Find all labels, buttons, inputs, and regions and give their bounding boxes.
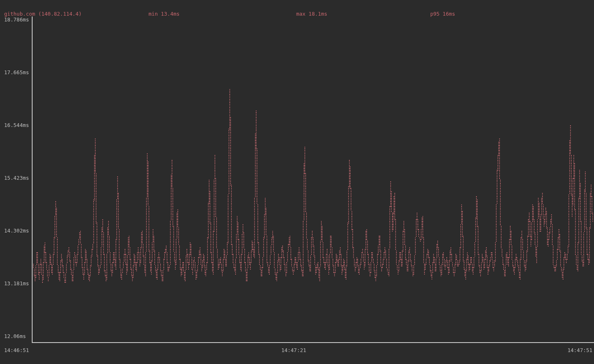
y-axis-line bbox=[32, 16, 33, 343]
y-axis-tick: 12.06ms bbox=[4, 333, 26, 340]
stat-min: min 13.4ms bbox=[148, 11, 179, 17]
y-axis-tick: 18.786ms bbox=[4, 16, 29, 23]
x-axis-line bbox=[32, 342, 594, 343]
stat-max: max 18.1ms bbox=[296, 11, 327, 17]
stat-p95: p95 16ms bbox=[430, 11, 455, 17]
y-axis-tick: 15.423ms bbox=[4, 175, 29, 181]
gping-terminal-screen: github.com (140.82.114.4) min 13.4ms max… bbox=[0, 0, 594, 364]
y-axis-tick: 17.665ms bbox=[4, 69, 29, 76]
y-axis-tick: 16.544ms bbox=[4, 122, 29, 129]
x-axis-tick: 14:47:21 bbox=[281, 347, 306, 354]
y-axis-tick: 13.181ms bbox=[4, 280, 29, 287]
x-axis-tick: 14:46:51 bbox=[4, 347, 29, 354]
y-axis-tick: 14.302ms bbox=[4, 228, 29, 234]
x-axis-tick: 14:47:51 bbox=[566, 347, 592, 354]
latency-plot-canvas bbox=[0, 0, 594, 364]
